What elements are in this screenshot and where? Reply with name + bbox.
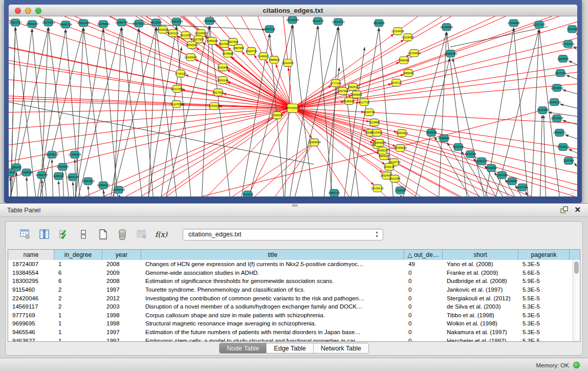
cell-year[interactable]: 2008	[102, 260, 141, 269]
table-row[interactable]: 946362711997Embryonic stem cells: a mode…	[8, 336, 573, 341]
cell-name[interactable]: 9463627	[8, 336, 54, 341]
resize-grip-icon[interactable]	[568, 187, 576, 195]
cell-in_degree[interactable]: 6	[54, 269, 102, 277]
cell-year[interactable]: 2012	[102, 294, 141, 302]
cell-short[interactable]: Nakamura et al. (1997)	[443, 328, 518, 337]
cell-in_degree[interactable]: 1	[54, 260, 102, 269]
table-row[interactable]: 1938455462009Genome-wide association stu…	[8, 269, 573, 277]
cell-pagerank[interactable]: 5.3E-5	[518, 328, 570, 337]
cell-in_degree[interactable]: 6	[54, 277, 102, 286]
cell-out_de[interactable]: 0	[404, 277, 443, 286]
cell-title[interactable]: Tourette syndrome. Phenomenology and cla…	[141, 286, 404, 294]
cell-out_de[interactable]: 0	[404, 294, 443, 302]
cell-title[interactable]: Genome-wide association studies in ADHD.	[141, 269, 404, 277]
cell-in_degree[interactable]: 1	[54, 319, 102, 328]
table-row[interactable]: 977716911998Corpus callosum shape and si…	[8, 311, 573, 320]
cell-title[interactable]: Estimation of significance thresholds fo…	[141, 277, 404, 286]
table-body[interactable]: 1872400712008Changes of HCN gene express…	[8, 260, 573, 341]
cell-name[interactable]: 9699695	[8, 319, 54, 328]
cell-pagerank[interactable]: 5.9E-5	[518, 277, 570, 286]
function-builder-icon[interactable]: f(x)	[155, 228, 167, 240]
cell-short[interactable]: de Silva et al. (2003)	[443, 302, 518, 311]
column-header-out_de[interactable]: △ out_de…	[404, 250, 443, 260]
cell-in_degree[interactable]: 2	[54, 302, 102, 311]
cell-title[interactable]: Embryonic stem cells: a model to study s…	[141, 336, 404, 341]
cell-year[interactable]: 1997	[102, 286, 141, 294]
cell-name[interactable]: 9777169	[8, 311, 54, 320]
cell-year[interactable]: 2009	[102, 269, 141, 277]
cell-short[interactable]: Hescheler et al. (1997)	[443, 336, 518, 341]
cell-name[interactable]: 18300295	[8, 277, 54, 286]
cell-title[interactable]: Disruption of a novel member of a sodium…	[141, 302, 404, 311]
float-panel-icon[interactable]	[560, 206, 568, 214]
cell-year[interactable]: 2003	[102, 302, 141, 311]
cell-title[interactable]: Estimation of the future numbers of pati…	[141, 328, 404, 337]
delete-columns-icon[interactable]	[116, 228, 128, 240]
cell-out_de[interactable]: 0	[404, 336, 443, 341]
column-header-pagerank[interactable]: pagerank	[518, 250, 570, 260]
tab-node-table[interactable]: Node Table	[220, 343, 267, 353]
cell-title[interactable]: Changes of HCN gene expression and I(f) …	[141, 260, 404, 269]
cell-pagerank[interactable]: 5.3E-5	[518, 319, 570, 328]
cell-name[interactable]: 9115460	[8, 286, 54, 294]
cell-in_degree[interactable]: 2	[54, 294, 102, 302]
cell-short[interactable]: Stergiakouli et al. (2012)	[443, 294, 518, 302]
cell-name[interactable]: 19384554	[8, 269, 54, 277]
cell-name[interactable]: 22420046	[8, 294, 54, 302]
network-canvas[interactable]: 7463822916012389123542322605893275051654…	[9, 16, 577, 196]
cell-short[interactable]: Franke et al. (2009)	[443, 269, 518, 277]
table-selector-dropdown[interactable]: citations_edges.txt▲▼	[183, 229, 383, 240]
cell-year[interactable]: 2008	[102, 277, 141, 286]
cell-in_degree[interactable]: 1	[54, 336, 102, 341]
show-columns-icon[interactable]	[38, 228, 51, 240]
cell-year[interactable]: 1998	[102, 319, 141, 328]
cell-out_de[interactable]: 0	[404, 269, 443, 277]
window-titlebar[interactable]: citations_edges.txt	[9, 5, 577, 16]
cell-out_de[interactable]: 0	[404, 286, 443, 294]
cell-short[interactable]: Yano et al. (2008)	[443, 260, 518, 269]
cell-in_degree[interactable]: 2	[54, 286, 102, 294]
close-panel-icon[interactable]: ✕	[574, 206, 581, 214]
cell-year[interactable]: 1998	[102, 311, 141, 320]
cell-pagerank[interactable]: 5.3E-5	[518, 336, 570, 341]
table-row[interactable]: 911546021997Tourette syndrome. Phenomeno…	[8, 286, 573, 294]
table-row[interactable]: 1872400712008Changes of HCN gene express…	[8, 260, 573, 269]
table-row[interactable]: 1830029562008Estimation of significance …	[8, 277, 573, 286]
cell-title[interactable]: Investigating the contribution of common…	[141, 294, 404, 302]
scrollbar-thumb[interactable]	[574, 261, 579, 274]
cell-out_de[interactable]: 49	[404, 260, 443, 269]
tab-edge-table[interactable]: Edge Table	[267, 343, 313, 353]
delete-table-icon[interactable]	[136, 228, 148, 240]
table-row[interactable]: 2242004622012Investigating the contribut…	[8, 294, 573, 302]
column-visibility-icon[interactable]	[58, 228, 70, 240]
cell-name[interactable]: 9465546	[8, 328, 54, 337]
cell-title[interactable]: Corpus callosum shape and size in male p…	[141, 311, 404, 320]
table-row[interactable]: 1456911722003Disruption of a novel membe…	[8, 302, 573, 311]
cell-short[interactable]: Jankovic et al. (1997)	[443, 286, 518, 294]
column-header-title[interactable]: title	[141, 250, 404, 260]
cell-pagerank[interactable]: 5.3E-5	[518, 302, 570, 311]
cell-short[interactable]: Wolkin et al. (1998)	[443, 319, 518, 328]
cell-pagerank[interactable]: 5.3E-5	[518, 260, 570, 269]
cell-pagerank[interactable]: 5.3E-5	[518, 311, 570, 320]
split-pane-handle[interactable]	[292, 204, 298, 207]
cell-out_de[interactable]: 0	[404, 302, 443, 311]
cell-year[interactable]: 1997	[102, 328, 141, 337]
cell-in_degree[interactable]: 1	[54, 328, 102, 337]
cell-out_de[interactable]: 0	[404, 328, 443, 337]
cell-title[interactable]: Structural magnetic resonance image aver…	[141, 319, 404, 328]
network-view-window[interactable]: citations_edges.txt 74638229160123891235…	[4, 0, 582, 203]
cell-out_de[interactable]: 0	[404, 319, 443, 328]
column-header-in_degree[interactable]: in_degree	[54, 250, 102, 260]
table-row[interactable]: 969969511998Structural magnetic resonanc…	[8, 319, 573, 328]
cell-in_degree[interactable]: 1	[54, 311, 102, 320]
cell-year[interactable]: 1997	[102, 336, 141, 341]
tab-network-table[interactable]: Network Table	[314, 343, 368, 353]
cell-pagerank[interactable]: 5.3E-5	[518, 286, 570, 294]
cell-pagerank[interactable]: 5.6E-5	[518, 269, 570, 277]
cell-name[interactable]: 18724007	[8, 260, 54, 269]
cell-short[interactable]: Dudbridge et al. (2008)	[443, 277, 518, 286]
create-column-icon[interactable]	[97, 228, 109, 240]
cell-pagerank[interactable]: 5.5E-5	[518, 294, 570, 302]
row-height-icon[interactable]	[77, 228, 90, 240]
